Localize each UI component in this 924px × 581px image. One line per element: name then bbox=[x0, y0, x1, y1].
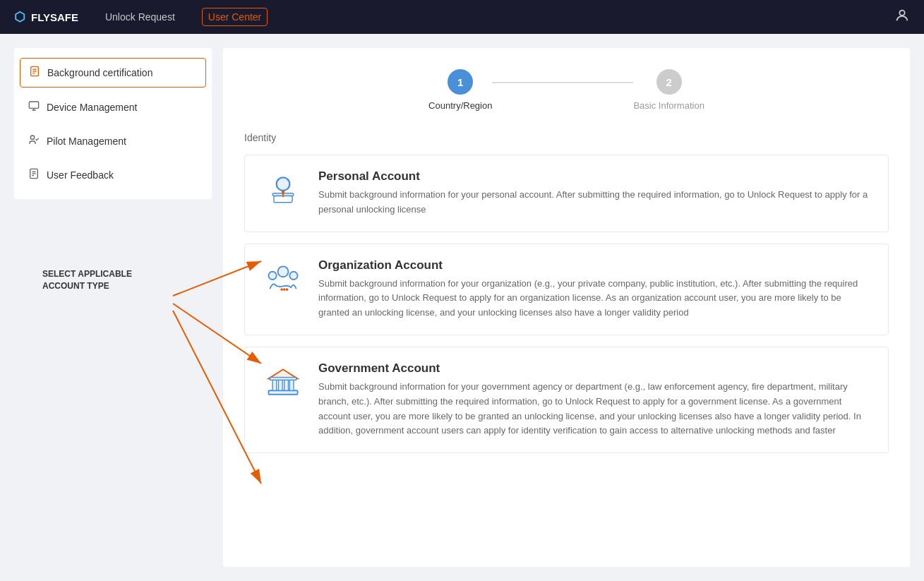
main-content: 1 Country/Region 2 Basic Information Ide… bbox=[223, 48, 910, 567]
personal-account-title: Personal Account bbox=[318, 169, 871, 184]
organization-account-card[interactable]: Organization Account Submit background i… bbox=[244, 244, 889, 335]
step-1: 1 Country/Region bbox=[428, 69, 492, 111]
sidebar: Background certification Device Manageme… bbox=[14, 48, 212, 199]
svg-point-10 bbox=[30, 136, 34, 139]
svg-point-15 bbox=[277, 177, 290, 191]
user-avatar-icon[interactable] bbox=[894, 8, 910, 26]
dji-logo-icon: ⬡ bbox=[14, 9, 25, 25]
personal-account-icon-wrap bbox=[262, 169, 304, 212]
org-account-title: Organization Account bbox=[318, 258, 871, 272]
svg-point-18 bbox=[278, 266, 289, 277]
sidebar-item-background-certification[interactable]: Background certification bbox=[20, 58, 206, 88]
svg-point-20 bbox=[289, 271, 297, 279]
step-1-circle: 1 bbox=[448, 69, 473, 95]
navbar: ⬡ FLYSAFE Unlock Request User Center bbox=[0, 0, 924, 34]
svg-rect-25 bbox=[272, 380, 277, 390]
svg-point-23 bbox=[286, 288, 289, 291]
pilot-management-icon bbox=[28, 134, 40, 148]
step-2: 2 Basic Information bbox=[633, 69, 704, 111]
personal-account-icon bbox=[263, 171, 303, 210]
svg-point-4 bbox=[899, 11, 904, 16]
svg-rect-28 bbox=[289, 380, 294, 390]
sidebar-item-user-feedback[interactable]: User Feedback bbox=[14, 158, 212, 192]
personal-account-card[interactable]: Personal Account Submit background infor… bbox=[244, 155, 889, 232]
org-account-icon-wrap bbox=[262, 258, 304, 301]
step-connector bbox=[492, 82, 633, 83]
svg-point-22 bbox=[283, 288, 286, 291]
logo: ⬡ FLYSAFE bbox=[14, 9, 78, 25]
sidebar-item-device-management[interactable]: Device Management bbox=[14, 90, 212, 124]
identity-section-label: Identity bbox=[244, 132, 889, 143]
personal-account-info: Personal Account Submit background infor… bbox=[318, 169, 871, 217]
svg-point-21 bbox=[280, 288, 283, 291]
user-feedback-icon bbox=[28, 168, 40, 182]
stepper: 1 Country/Region 2 Basic Information bbox=[244, 69, 889, 111]
svg-point-19 bbox=[268, 271, 276, 279]
gov-account-desc: Submit background information for your g… bbox=[318, 380, 871, 438]
main-layout: Background certification Device Manageme… bbox=[0, 34, 924, 581]
sidebar-label-user-feedback: User Feedback bbox=[47, 169, 114, 181]
gov-account-icon bbox=[263, 363, 303, 402]
svg-rect-9 bbox=[29, 102, 38, 108]
org-account-icon bbox=[263, 260, 303, 299]
svg-rect-24 bbox=[268, 390, 297, 395]
nav-user-center[interactable]: User Center bbox=[202, 8, 268, 26]
sidebar-label-pilot-management: Pilot Management bbox=[47, 136, 126, 147]
sidebar-label-background-certification: Background certification bbox=[47, 67, 152, 78]
personal-account-desc: Submit background information for your p… bbox=[318, 188, 871, 217]
sidebar-label-device-management: Device Management bbox=[47, 102, 137, 113]
nav-unlock-request[interactable]: Unlock Request bbox=[100, 8, 181, 25]
navbar-left: ⬡ FLYSAFE Unlock Request User Center bbox=[14, 8, 268, 26]
step-2-label: Basic Information bbox=[633, 100, 704, 111]
org-account-info: Organization Account Submit background i… bbox=[318, 258, 871, 321]
gov-account-icon-wrap bbox=[262, 361, 304, 404]
svg-rect-26 bbox=[278, 380, 282, 390]
gov-account-title: Government Account bbox=[318, 361, 871, 376]
gov-account-info: Government Account Submit background inf… bbox=[318, 361, 871, 438]
device-management-icon bbox=[28, 100, 40, 114]
svg-rect-27 bbox=[284, 380, 289, 390]
svg-rect-30 bbox=[270, 378, 296, 381]
step-2-circle: 2 bbox=[656, 69, 682, 95]
logo-text: FLYSAFE bbox=[31, 11, 78, 23]
sidebar-item-pilot-management[interactable]: Pilot Management bbox=[14, 124, 212, 158]
government-account-card[interactable]: Government Account Submit background inf… bbox=[244, 347, 889, 453]
background-cert-icon bbox=[29, 66, 40, 80]
step-1-label: Country/Region bbox=[428, 100, 492, 111]
org-account-desc: Submit background information for your o… bbox=[318, 277, 871, 321]
